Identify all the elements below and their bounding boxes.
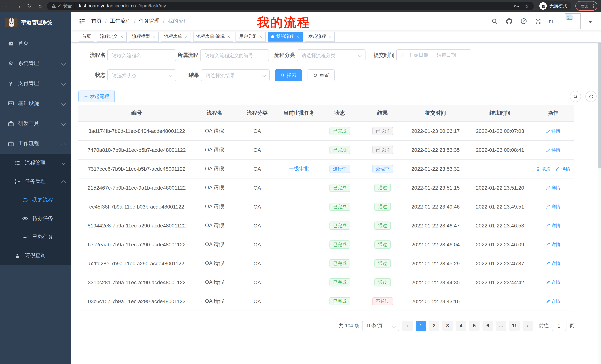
github-icon[interactable] <box>506 18 513 25</box>
bookmark-star-icon[interactable]: ☆ <box>524 3 529 9</box>
sidebar-item-my-processes[interactable]: 我的流程 <box>0 191 71 209</box>
process-id-cell: 52ffd28e-7b9a-11ec-a290-acde48001122 <box>78 254 195 273</box>
show-search-button[interactable] <box>570 91 581 102</box>
tab-close-icon[interactable]: × <box>296 34 299 39</box>
page-button[interactable]: 3 <box>442 321 453 331</box>
process-def-input[interactable] <box>200 49 269 61</box>
tag-view-tab[interactable]: 流程表单× <box>161 32 191 41</box>
browser-update-button[interactable]: 更新 <box>575 1 597 11</box>
tab-close-icon[interactable]: × <box>185 34 187 39</box>
process-category-cell: OA <box>234 254 280 273</box>
breadcrumb-workflow[interactable]: 工作流程 <box>110 18 131 25</box>
tag-view-tab[interactable]: 流程模型× <box>129 32 159 41</box>
current-task-link[interactable]: 一级审批 <box>289 165 310 172</box>
page-size-value[interactable]: 10条/页 <box>362 321 399 331</box>
tag-view-tab[interactable]: 流程定义× <box>97 32 127 41</box>
table-row: 819442e8-7b9a-11ec-a290-acde48001122OA 请… <box>78 216 574 235</box>
page-button[interactable]: 4 <box>456 321 466 331</box>
sidebar-item-dev-tools[interactable]: 研发工具 <box>0 114 71 134</box>
browser-forward-button[interactable]: → <box>14 2 23 10</box>
create-process-button[interactable]: 发起流程 <box>78 91 115 102</box>
sidebar-item-leave-query[interactable]: 请假查询 <box>0 246 71 265</box>
sidebar-item-workflow[interactable]: 工作流程 <box>0 134 71 153</box>
detail-button[interactable]: 详情 <box>546 203 560 210</box>
detail-button[interactable]: 详情 <box>546 241 560 248</box>
sidebar-item-todo-tasks[interactable]: 待办任务 <box>0 209 71 228</box>
result-select[interactable] <box>201 69 270 81</box>
key-icon[interactable] <box>513 3 519 9</box>
submit-time-cell: 2022-01-22 23:43:16 <box>403 292 468 311</box>
help-icon[interactable]: ? <box>521 18 527 25</box>
process-id-cell: 7470a810-7b9b-11ec-b5b7-acde48001122 <box>78 140 195 159</box>
detail-button[interactable]: 详情 <box>546 260 560 267</box>
result-badge: 通过 <box>374 240 391 249</box>
browser-reload-button[interactable]: ↻ <box>25 2 33 10</box>
next-page-button[interactable]: › <box>523 321 533 331</box>
tag-view-tab[interactable]: 首页 <box>79 32 94 41</box>
page-button[interactable]: 11 <box>509 321 520 331</box>
caret-down-icon[interactable] <box>588 21 592 25</box>
tab-close-icon[interactable]: × <box>260 34 262 39</box>
table-row: 3ad174fb-7b9d-11ec-8404-acde48001122OA 请… <box>78 122 574 140</box>
date-range-picker[interactable]: 开始日期 - 结束日期 <box>396 49 471 61</box>
tag-view-tab[interactable]: 流程表单-编辑× <box>193 32 233 41</box>
fullscreen-icon[interactable] <box>535 18 541 24</box>
sidebar-item-task-management[interactable]: 任务管理 <box>0 172 71 191</box>
detail-button[interactable]: 详情 <box>556 166 570 172</box>
detail-button[interactable]: 详情 <box>546 128 560 134</box>
status-select[interactable] <box>107 69 176 81</box>
address-bar[interactable]: 不安全 dashboard.yudao.iocoder.cn/bpm/task/… <box>47 2 534 10</box>
font-size-icon[interactable]: tT <box>549 18 553 24</box>
goto-page-input[interactable] <box>551 321 566 331</box>
tag-view-tab[interactable]: 用户分组× <box>236 32 266 41</box>
status-select-input[interactable] <box>107 69 176 81</box>
detail-button[interactable]: 详情 <box>546 298 560 305</box>
sidebar-item-process-management[interactable]: 流程管理 <box>0 153 71 172</box>
category-select-input[interactable] <box>297 49 366 61</box>
browser-home-button[interactable]: ⌂ <box>36 2 44 10</box>
sidebar-item-payment-management[interactable]: ¥ 支付管理 <box>0 74 71 94</box>
tab-close-icon[interactable]: × <box>120 34 123 39</box>
detail-button[interactable]: 详情 <box>546 185 560 191</box>
refresh-table-button[interactable] <box>585 91 597 102</box>
process-def-label: 所属流程 <box>178 52 198 59</box>
table-row: 331bc281-7b9a-11ec-a290-acde48001122OA 请… <box>78 273 574 292</box>
search-button[interactable]: 搜索 <box>275 69 302 81</box>
sidebar-item-system-management[interactable]: ⚙ 系统管理 <box>0 53 71 74</box>
detail-button[interactable]: 详情 <box>546 222 560 229</box>
detail-button[interactable]: 详情 <box>546 147 560 153</box>
pager-ellipsis[interactable]: ... <box>496 321 506 331</box>
search-icon[interactable] <box>491 18 498 24</box>
sidebar-item-home[interactable]: 首页 <box>0 33 71 53</box>
process-name-cell: OA 请假 <box>195 122 234 140</box>
sidebar-item-infrastructure[interactable]: 基础设施 <box>0 94 71 114</box>
tab-close-icon[interactable]: × <box>152 34 155 39</box>
pencil-icon <box>546 129 550 133</box>
prev-page-button[interactable]: ‹ <box>402 321 413 331</box>
detail-button-label: 详情 <box>551 185 560 191</box>
result-select-input[interactable] <box>201 69 270 81</box>
sidebar-item-done-tasks[interactable]: 已办任务 <box>0 228 71 246</box>
cancel-button[interactable]: 取消 <box>536 166 551 172</box>
tag-view-tab[interactable]: 我的流程× <box>268 32 302 41</box>
breadcrumb-task-management[interactable]: 任务管理 <box>139 18 160 25</box>
detail-button-label: 详情 <box>551 241 560 248</box>
tab-close-icon[interactable]: × <box>227 34 230 39</box>
browser-menu-icon[interactable] <box>593 3 594 9</box>
result-badge-cell: 通过 <box>362 254 403 273</box>
browser-back-button[interactable]: ← <box>4 2 12 10</box>
reset-button[interactable]: 重置 <box>308 69 335 81</box>
detail-button[interactable]: 详情 <box>546 279 560 286</box>
hamburger-icon[interactable] <box>79 18 85 25</box>
page-button[interactable]: 1 <box>416 321 426 331</box>
page-size-select[interactable]: 10条/页 <box>362 321 399 331</box>
tab-close-icon[interactable]: × <box>329 34 331 39</box>
tag-view-tab[interactable]: 发起流程× <box>305 32 335 41</box>
process-name-input[interactable] <box>107 49 176 61</box>
breadcrumb-home[interactable]: 首页 <box>91 18 102 25</box>
page-button[interactable]: 6 <box>482 321 493 331</box>
avatar[interactable] <box>565 13 581 29</box>
category-select[interactable] <box>297 49 366 61</box>
page-button[interactable]: 5 <box>469 321 480 331</box>
page-button[interactable]: 2 <box>429 321 440 331</box>
